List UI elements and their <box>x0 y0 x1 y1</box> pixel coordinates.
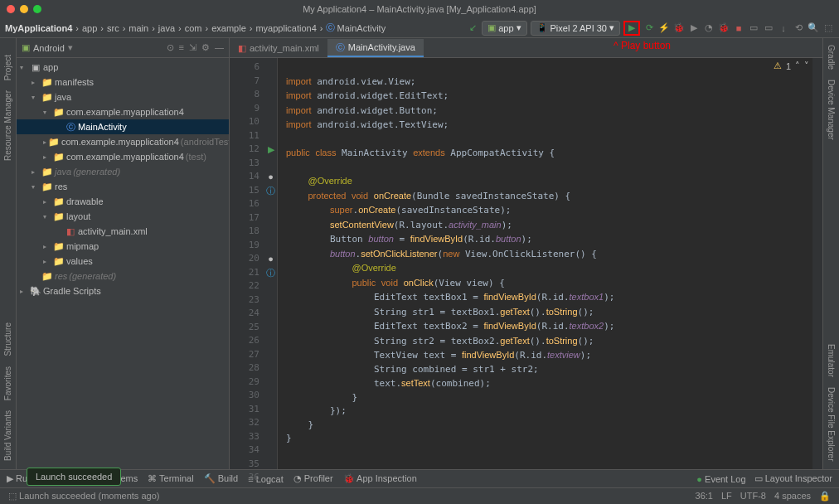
tree-main-activity: ⓒMainActivity <box>17 119 229 134</box>
tool-layout-inspector[interactable]: ▭ Layout Inspector <box>754 473 832 484</box>
gear-icon[interactable]: ⚙ <box>201 42 210 53</box>
apply-code-icon[interactable]: ⚡ <box>658 22 670 34</box>
scroll-from-icon[interactable]: ⊙ <box>167 42 174 53</box>
editor-tabs: ◧activity_main.xml ⓒMainActivity.java <box>230 38 822 58</box>
min-dot[interactable] <box>20 5 28 13</box>
main-row: Project Resource Manager Structure Favor… <box>0 38 839 469</box>
editor: ◧activity_main.xml ⓒMainActivity.java ⚠1… <box>230 38 822 469</box>
attach-debugger-icon[interactable]: 🐞 <box>718 22 730 34</box>
run-play-annot: ▶ <box>623 21 640 36</box>
gutter-marks[interactable]: ▶●ⓘ●ⓘ <box>264 58 278 469</box>
tool-profiler[interactable]: ◔ Profiler <box>293 473 333 484</box>
window-controls[interactable] <box>7 5 41 13</box>
settings-icon[interactable]: ⬚ <box>822 22 834 34</box>
gradle-icon[interactable]: ⟲ <box>793 22 804 34</box>
nav-bar: MyApplication4› app› src› main› java› co… <box>0 18 839 38</box>
bottom-tool-bar: ▶ Run ≣ TODO ⚠ Problems ⌘ Terminal 🔨 Bui… <box>0 469 839 487</box>
breadcrumb[interactable]: MyApplication4› app› src› main› java› co… <box>5 22 386 34</box>
tool-event-log[interactable]: ● Event Log <box>696 474 745 484</box>
sdk2-icon[interactable]: ↓ <box>778 22 789 34</box>
tool-app-inspection[interactable]: 🐞 App Inspection <box>343 473 417 484</box>
device-dropdown[interactable]: 📱Pixel 2 API 30▾ <box>531 21 621 36</box>
tool-build[interactable]: 🔨 Build <box>204 473 239 484</box>
expand-icon[interactable]: ⇲ <box>189 42 196 53</box>
tool-emulator[interactable]: Emulator <box>827 344 836 377</box>
project-header: ▣Android▾ ⊙ ≡ ⇲ ⚙ — <box>17 38 229 58</box>
tool-device-manager[interactable]: Device Manager <box>827 80 836 140</box>
sync-icon[interactable]: ↙ <box>467 22 478 34</box>
tool-device-file-explorer[interactable]: Device File Explorer <box>827 387 836 461</box>
run-config-dropdown[interactable]: ▣app▾ <box>482 21 526 36</box>
profile-icon[interactable]: ◔ <box>703 22 715 34</box>
toolbar: ↙ ▣app▾ 📱Pixel 2 API 30▾ ▶ ⟳ ⚡ 🐞 ▶ ◔ 🐞 ■… <box>467 21 834 36</box>
run-button[interactable]: ▶ <box>626 22 638 34</box>
tool-terminal[interactable]: ⌘ Terminal <box>148 473 193 484</box>
titlebar: My Application4 – MainActivity.java [My_… <box>0 0 839 18</box>
debug-icon[interactable]: 🐞 <box>673 22 685 34</box>
tab-activity-main[interactable]: ◧activity_main.xml <box>230 39 327 57</box>
caret-pos[interactable]: 36:1 <box>696 491 713 502</box>
code-area[interactable]: import android.view.View; import android… <box>278 58 812 469</box>
search-icon[interactable]: 🔍 <box>807 22 819 34</box>
status-message: Launch succeeded (moments ago) <box>19 491 159 501</box>
stop-icon[interactable]: ■ <box>733 22 744 34</box>
avd-icon[interactable]: ▭ <box>748 22 759 34</box>
lock-icon[interactable]: 🔒 <box>819 491 831 502</box>
apply-changes-icon[interactable]: ⟳ <box>643 22 655 34</box>
window-title: My Application4 – MainActivity.java [My_… <box>0 4 839 14</box>
tool-favorites[interactable]: Favorites <box>3 366 12 400</box>
sdk-icon[interactable]: ▭ <box>763 22 774 34</box>
play-annotation: ^ Play button <box>613 40 671 51</box>
project-panel: ▣Android▾ ⊙ ≡ ⇲ ⚙ — ▾▣app ▸📁manifests ▾📁… <box>17 38 230 469</box>
hide-icon[interactable]: — <box>215 42 224 53</box>
project-tree[interactable]: ▾▣app ▸📁manifests ▾📁java ▾📁com.example.m… <box>17 58 229 469</box>
status-bar: ⬚ Launch succeeded (moments ago) 36:1 LF… <box>0 487 839 504</box>
tool-project[interactable]: Project <box>3 55 12 80</box>
collapse-icon[interactable]: ≡ <box>179 42 184 53</box>
warn-strip[interactable] <box>812 58 822 469</box>
close-dot[interactable] <box>7 5 15 13</box>
right-tool-strip[interactable]: Gradle Device Manager Emulator Device Fi… <box>822 38 839 469</box>
indent[interactable]: 4 spaces <box>774 491 811 502</box>
tool-build-variants[interactable]: Build Variants <box>3 410 12 461</box>
coverage-icon[interactable]: ▶ <box>688 22 700 34</box>
left-tool-strip[interactable]: Project Resource Manager Structure Favor… <box>0 38 17 469</box>
tool-structure[interactable]: Structure <box>3 322 12 356</box>
max-dot[interactable] <box>33 5 41 13</box>
launch-toast: Launch succeeded <box>27 468 121 486</box>
line-gutter[interactable]: 6789101112131415161718192021222324252627… <box>230 58 264 469</box>
tab-main-activity[interactable]: ⓒMainActivity.java <box>327 39 424 57</box>
editor-warnings[interactable]: ⚠1˄˅ <box>774 61 809 71</box>
line-ending[interactable]: LF <box>721 491 732 502</box>
encoding[interactable]: UTF-8 <box>740 491 766 502</box>
tool-gradle[interactable]: Gradle <box>827 45 836 70</box>
tool-resource-manager[interactable]: Resource Manager <box>3 90 12 161</box>
editor-body[interactable]: ⚠1˄˅ 67891011121314151617181920212223242… <box>230 58 822 469</box>
